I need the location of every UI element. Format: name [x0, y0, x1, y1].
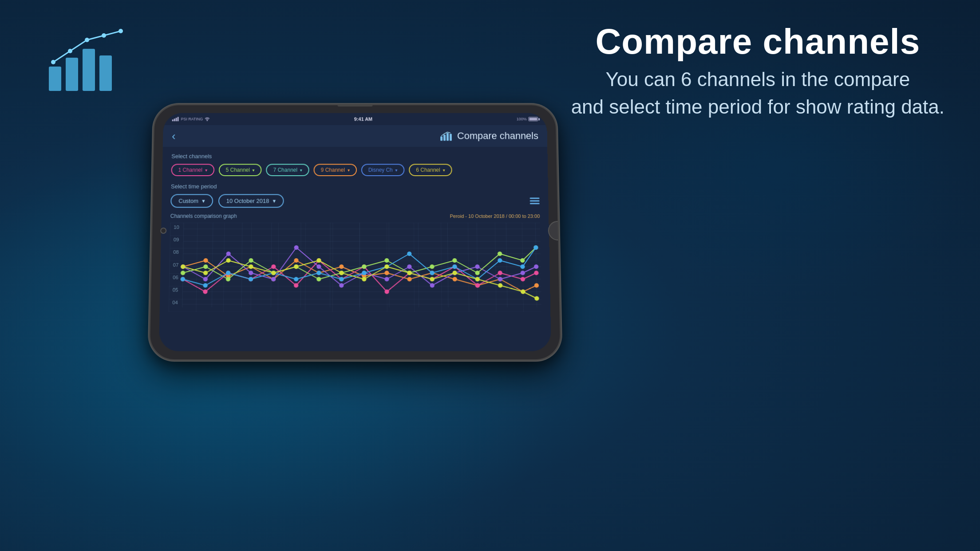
svg-text:06: 06 [173, 275, 178, 280]
svg-point-13 [207, 120, 208, 121]
svg-point-90 [407, 264, 411, 269]
status-right: 100% [517, 117, 538, 122]
channel-pill-6[interactable]: 6 Channel ▾ [409, 164, 452, 176]
svg-point-56 [407, 277, 411, 281]
time-period-date-selector[interactable]: 10 October 2018 ▾ [218, 194, 284, 208]
chevron-down-icon: ▾ [202, 197, 205, 204]
time-period-type-selector[interactable]: Custom ▾ [170, 194, 213, 208]
chart-icon [440, 131, 452, 141]
svg-rect-9 [172, 119, 174, 121]
svg-rect-16 [447, 133, 449, 141]
graph-header: Channels comparison graph Peroid - 10 Oc… [170, 213, 540, 219]
select-channels-label: Select channels [171, 153, 539, 160]
header-right: Compare channels [440, 130, 538, 142]
svg-point-139 [362, 277, 366, 281]
svg-point-119 [294, 277, 298, 281]
svg-rect-18 [169, 223, 541, 312]
status-bar: PSI RATING 9:41 AM 100% [163, 113, 547, 125]
svg-point-87 [339, 283, 344, 287]
analytics-icon [40, 27, 129, 98]
svg-rect-14 [440, 136, 443, 141]
svg-point-138 [339, 271, 344, 275]
svg-point-106 [384, 258, 389, 263]
chevron-down-icon: ▾ [273, 197, 276, 204]
svg-point-89 [384, 277, 389, 281]
svg-text:05: 05 [173, 287, 178, 292]
chart-container: 10 09 08 07 06 05 04 [169, 223, 541, 312]
svg-point-135 [271, 271, 276, 275]
svg-rect-0 [49, 67, 61, 91]
svg-point-121 [339, 277, 344, 281]
chevron-down-icon: ▾ [443, 168, 445, 173]
svg-rect-3 [99, 55, 112, 91]
app-header: ‹ Compare channels [163, 125, 547, 147]
svg-point-109 [452, 258, 457, 263]
svg-point-136 [294, 264, 298, 269]
svg-point-51 [294, 258, 298, 263]
svg-point-53 [339, 264, 344, 269]
svg-rect-15 [443, 135, 446, 141]
hamburger-icon[interactable] [530, 197, 540, 204]
header-title: Compare channels [457, 130, 538, 142]
status-left: PSI RATING [172, 117, 210, 122]
svg-point-125 [430, 271, 434, 275]
svg-text:10: 10 [174, 224, 179, 230]
hero-title: Compare channels [571, 22, 944, 61]
svg-point-8 [119, 29, 123, 33]
svg-point-126 [452, 264, 457, 269]
time-row: Custom ▾ 10 October 2018 ▾ [170, 194, 540, 208]
hero-text-area: Compare channels You can 6 channels in t… [571, 22, 944, 120]
comparison-chart: 10 09 08 07 06 05 04 [169, 223, 541, 312]
svg-point-58 [453, 277, 457, 281]
svg-point-67 [271, 264, 276, 269]
svg-point-140 [384, 264, 389, 269]
phone-top-bar [338, 104, 373, 106]
chevron-down-icon: ▾ [300, 168, 302, 173]
svg-text:07: 07 [173, 262, 179, 268]
svg-point-105 [362, 264, 366, 269]
period-label: Peroid - 10 October 2018 / 00:00 to 23:0… [450, 213, 540, 219]
channel-pill-5[interactable]: 5 Channel ▾ [219, 164, 262, 176]
graph-label: Channels comparison graph [170, 213, 237, 219]
wifi-icon [205, 117, 210, 122]
svg-point-55 [384, 271, 389, 275]
svg-text:09: 09 [174, 237, 179, 242]
svg-point-141 [407, 271, 411, 275]
chevron-down-icon: ▾ [205, 168, 207, 173]
phone-device: PSI RATING 9:41 AM 100% [148, 104, 562, 370]
app-screen: PSI RATING 9:41 AM 100% [159, 113, 551, 351]
channel-pill-1[interactable]: 1 Channel ▾ [171, 164, 214, 176]
battery-icon [528, 117, 538, 122]
svg-text:08: 08 [173, 249, 179, 255]
svg-point-86 [316, 264, 321, 269]
svg-rect-11 [176, 118, 177, 121]
svg-point-108 [430, 264, 434, 269]
hero-icon-area [40, 27, 129, 98]
svg-point-142 [430, 277, 435, 281]
chevron-down-icon: ▾ [253, 168, 255, 173]
svg-point-122 [362, 271, 366, 275]
svg-point-85 [294, 245, 298, 250]
app-content: Select channels 1 Channel ▾ 5 Channel ▾ … [159, 147, 550, 318]
svg-rect-17 [450, 134, 452, 141]
signal-icon [172, 117, 179, 122]
svg-point-120 [316, 271, 321, 275]
svg-point-6 [85, 38, 89, 42]
svg-point-143 [452, 271, 457, 275]
channel-pill-7[interactable]: 7 Channel ▾ [266, 164, 309, 176]
svg-rect-1 [66, 58, 78, 91]
svg-point-72 [384, 289, 389, 294]
phone-screen: PSI RATING 9:41 AM 100% [159, 113, 551, 351]
chevron-down-icon: ▾ [348, 168, 350, 173]
hero-subtitle: You can 6 channels in the compare and se… [571, 66, 944, 120]
svg-rect-2 [83, 49, 95, 91]
menu-icon-area[interactable] [530, 197, 540, 204]
channel-pill-disney[interactable]: Disney Ch ▾ [361, 164, 405, 176]
svg-text:04: 04 [172, 300, 178, 305]
channels-row: 1 Channel ▾ 5 Channel ▾ 7 Channel ▾ 9 [171, 164, 539, 176]
back-button[interactable]: ‹ [172, 129, 176, 142]
svg-rect-12 [178, 117, 179, 122]
channel-pill-9[interactable]: 9 Channel ▾ [314, 164, 357, 176]
svg-point-4 [51, 60, 55, 64]
svg-point-91 [430, 283, 435, 287]
